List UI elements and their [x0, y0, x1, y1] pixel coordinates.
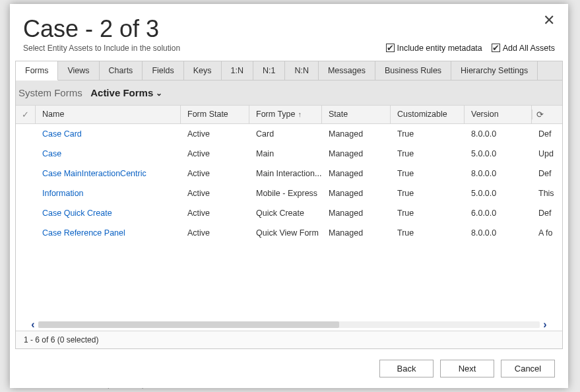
column-version[interactable]: Version — [465, 106, 532, 123]
form-name-link[interactable]: Case — [42, 149, 61, 158]
row-checkbox[interactable] — [16, 144, 36, 164]
cell-description: Def — [532, 164, 562, 183]
include-entity-metadata-label: Include entity metadata — [397, 44, 482, 53]
column-customizable[interactable]: Customizable — [391, 106, 465, 123]
back-button[interactable]: Back — [379, 360, 434, 377]
cell-state: Managed — [322, 164, 391, 183]
form-name-link[interactable]: Case MainInteractionCentric — [42, 169, 146, 178]
table-row[interactable]: Case CardActiveCardManagedTrue8.0.0.0Def — [16, 124, 562, 144]
cell-form-state: Active — [181, 164, 249, 183]
chevron-down-icon: ⌄ — [156, 88, 162, 98]
horizontal-scrollbar[interactable]: ‹ › — [16, 319, 562, 331]
cell-form-type: Mobile - Express — [249, 183, 322, 203]
table-row[interactable]: Case Reference PanelActiveQuick View For… — [16, 223, 562, 243]
cancel-button[interactable]: Cancel — [501, 360, 555, 377]
tab-charts[interactable]: Charts — [100, 61, 143, 80]
cell-customizable: True — [391, 164, 465, 183]
table-row[interactable]: CaseActiveMainManagedTrue5.0.0.0Upd — [16, 144, 562, 164]
cell-version: 5.0.0.0 — [465, 183, 532, 203]
tab-strip: Forms Views Charts Fields Keys 1:N N:1 N… — [16, 61, 562, 81]
cell-form-type: Card — [249, 124, 322, 144]
cell-customizable: True — [391, 144, 465, 164]
cell-form-type: Quick View Form — [249, 223, 322, 243]
table-row[interactable]: Case MainInteractionCentricActiveMain In… — [16, 164, 562, 183]
cell-state: Managed — [322, 124, 391, 144]
wizard-buttons: Back Next Cancel — [10, 349, 568, 388]
tab-business-rules[interactable]: Business Rules — [375, 61, 451, 80]
cell-version: 8.0.0.0 — [465, 223, 532, 243]
cell-description: This — [532, 183, 562, 203]
cell-version: 8.0.0.0 — [465, 124, 532, 144]
cell-description: Upd — [532, 144, 562, 164]
cell-state: Managed — [322, 183, 391, 203]
tab-messages[interactable]: Messages — [319, 61, 375, 80]
tab-fields[interactable]: Fields — [143, 61, 183, 80]
cell-form-type: Main — [249, 144, 322, 164]
wizard-dialog: ✕ Case - 2 of 3 Select Entity Assets to … — [10, 4, 568, 388]
tab-nn[interactable]: N:N — [285, 61, 319, 80]
tab-1n[interactable]: 1:N — [222, 61, 253, 80]
cell-form-state: Active — [181, 124, 249, 144]
tab-keys[interactable]: Keys — [184, 61, 222, 80]
scroll-left-icon[interactable]: ‹ — [28, 319, 38, 331]
cell-state: Managed — [322, 223, 391, 243]
cell-form-type: Main Interaction... — [249, 164, 322, 183]
page-title: Case - 2 of 3 — [23, 16, 555, 42]
view-selector[interactable]: Active Forms ⌄ — [90, 87, 162, 98]
row-checkbox[interactable] — [16, 164, 36, 183]
cell-form-state: Active — [181, 223, 249, 243]
cell-customizable: True — [391, 223, 465, 243]
view-category-label: System Forms — [18, 87, 82, 98]
table-row[interactable]: InformationActiveMobile - ExpressManaged… — [16, 183, 562, 203]
cell-version: 5.0.0.0 — [465, 144, 532, 164]
column-name[interactable]: Name — [36, 106, 181, 123]
row-checkbox[interactable] — [16, 124, 36, 144]
row-checkbox[interactable] — [16, 223, 36, 243]
cell-version: 6.0.0.0 — [465, 203, 532, 223]
tab-n1[interactable]: N:1 — [253, 61, 285, 80]
tab-views[interactable]: Views — [58, 61, 99, 80]
cell-description: Def — [532, 124, 562, 144]
page-subtitle: Select Entity Assets to Include in the s… — [23, 44, 180, 53]
form-name-link[interactable]: Case Card — [42, 129, 82, 139]
scroll-track[interactable] — [38, 321, 540, 328]
sort-ascending-icon: ↑ — [298, 110, 302, 118]
column-form-type[interactable]: Form Type↑ — [249, 106, 322, 123]
add-all-assets-checkbox[interactable]: ✔ Add All Assets — [492, 44, 555, 53]
cell-description: Def — [532, 203, 562, 223]
scroll-thumb[interactable] — [38, 321, 339, 328]
include-entity-metadata-checkbox[interactable]: ✔ Include entity metadata — [386, 44, 482, 53]
cell-customizable: True — [391, 183, 465, 203]
dialog-header: Case - 2 of 3 Select Entity Assets to In… — [10, 4, 568, 57]
tab-hierarchy-settings[interactable]: Hierarchy Settings — [451, 61, 538, 80]
add-all-assets-label: Add All Assets — [503, 44, 555, 53]
select-all-checkbox[interactable]: ✓ — [16, 106, 36, 123]
cell-form-state: Active — [181, 203, 249, 223]
cell-customizable: True — [391, 124, 465, 144]
grid-header: ✓ Name Form State Form Type↑ State Custo… — [16, 106, 562, 124]
table-row[interactable]: Case Quick CreateActiveQuick CreateManag… — [16, 203, 562, 223]
tab-forms[interactable]: Forms — [16, 61, 58, 81]
scroll-right-icon[interactable]: › — [540, 319, 550, 331]
cell-state: Managed — [322, 144, 391, 164]
form-name-link[interactable]: Information — [42, 189, 84, 198]
cell-form-state: Active — [181, 144, 249, 164]
next-button[interactable]: Next — [440, 360, 494, 377]
cell-form-state: Active — [181, 183, 249, 203]
form-name-link[interactable]: Case Quick Create — [42, 209, 112, 218]
grid-status-bar: 1 - 6 of 6 (0 selected) — [16, 331, 562, 348]
column-form-state[interactable]: Form State — [181, 106, 249, 123]
row-checkbox[interactable] — [16, 183, 36, 203]
form-name-link[interactable]: Case Reference Panel — [42, 228, 125, 238]
cell-version: 8.0.0.0 — [465, 164, 532, 183]
column-state[interactable]: State — [322, 106, 391, 123]
view-selector-bar: System Forms Active Forms ⌄ — [16, 81, 562, 105]
refresh-icon[interactable]: ⟳ — [532, 110, 548, 119]
cell-customizable: True — [391, 203, 465, 223]
cell-form-type: Quick Create — [249, 203, 322, 223]
cell-description: A fo — [532, 223, 562, 243]
cell-state: Managed — [322, 203, 391, 223]
close-icon[interactable]: ✕ — [543, 13, 555, 28]
row-checkbox[interactable] — [16, 203, 36, 223]
